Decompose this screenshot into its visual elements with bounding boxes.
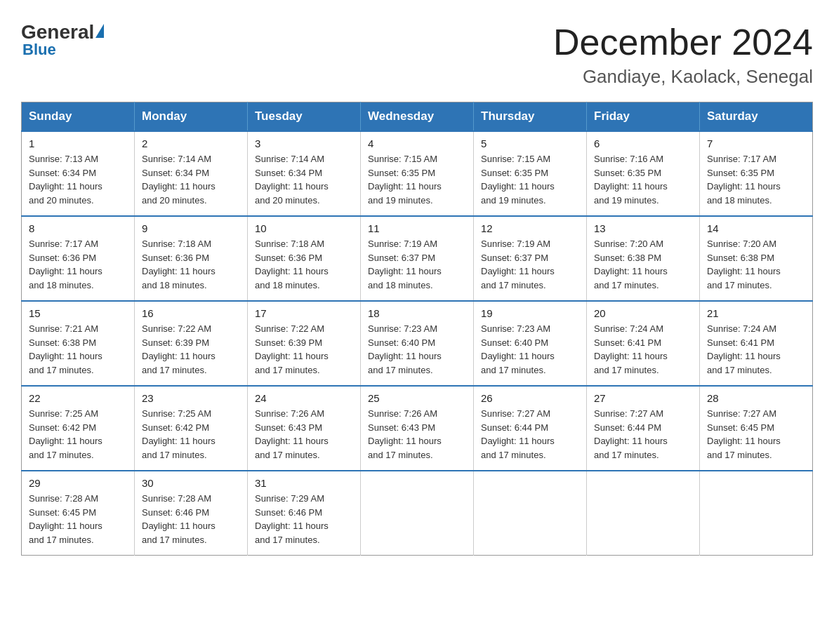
day-info: Sunrise: 7:13 AMSunset: 6:34 PMDaylight:… <box>29 152 127 207</box>
day-cell-20: 20Sunrise: 7:24 AMSunset: 6:41 PMDayligh… <box>587 301 700 386</box>
day-number: 27 <box>594 392 692 404</box>
day-number: 19 <box>481 307 579 319</box>
day-cell-4: 4Sunrise: 7:15 AMSunset: 6:35 PMDaylight… <box>361 131 474 216</box>
day-cell-6: 6Sunrise: 7:16 AMSunset: 6:35 PMDaylight… <box>587 131 700 216</box>
day-number: 4 <box>368 137 466 149</box>
day-cell-10: 10Sunrise: 7:18 AMSunset: 6:36 PMDayligh… <box>248 216 361 301</box>
col-header-thursday: Thursday <box>474 102 587 132</box>
page-header: General Blue December 2024 Gandiaye, Kao… <box>21 21 813 88</box>
day-number: 21 <box>707 307 805 319</box>
day-cell-27: 27Sunrise: 7:27 AMSunset: 6:44 PMDayligh… <box>587 386 700 471</box>
col-header-wednesday: Wednesday <box>361 102 474 132</box>
day-info: Sunrise: 7:28 AMSunset: 6:45 PMDaylight:… <box>29 492 127 546</box>
day-cell-3: 3Sunrise: 7:14 AMSunset: 6:34 PMDaylight… <box>248 131 361 216</box>
day-info: Sunrise: 7:15 AMSunset: 6:35 PMDaylight:… <box>481 152 579 207</box>
day-number: 29 <box>29 477 127 489</box>
day-info: Sunrise: 7:27 AMSunset: 6:44 PMDaylight:… <box>481 407 579 462</box>
day-cell-5: 5Sunrise: 7:15 AMSunset: 6:35 PMDaylight… <box>474 131 587 216</box>
day-info: Sunrise: 7:27 AMSunset: 6:44 PMDaylight:… <box>594 407 692 462</box>
day-info: Sunrise: 7:14 AMSunset: 6:34 PMDaylight:… <box>255 152 353 207</box>
day-cell-28: 28Sunrise: 7:27 AMSunset: 6:45 PMDayligh… <box>700 386 813 471</box>
day-number: 1 <box>29 137 127 149</box>
day-info: Sunrise: 7:23 AMSunset: 6:40 PMDaylight:… <box>481 322 579 377</box>
day-cell-9: 9Sunrise: 7:18 AMSunset: 6:36 PMDaylight… <box>135 216 248 301</box>
day-cell-30: 30Sunrise: 7:28 AMSunset: 6:46 PMDayligh… <box>135 471 248 556</box>
day-number: 5 <box>481 137 579 149</box>
day-number: 31 <box>255 477 353 489</box>
day-info: Sunrise: 7:28 AMSunset: 6:46 PMDaylight:… <box>142 492 240 546</box>
day-cell-23: 23Sunrise: 7:25 AMSunset: 6:42 PMDayligh… <box>135 386 248 471</box>
day-number: 28 <box>707 392 805 404</box>
day-number: 2 <box>142 137 240 149</box>
day-cell-empty-4 <box>474 471 587 556</box>
day-info: Sunrise: 7:22 AMSunset: 6:39 PMDaylight:… <box>142 322 240 377</box>
day-info: Sunrise: 7:29 AMSunset: 6:46 PMDaylight:… <box>255 492 353 546</box>
day-number: 30 <box>142 477 240 489</box>
title-section: December 2024 Gandiaye, Kaolack, Senegal <box>553 21 813 88</box>
day-cell-2: 2Sunrise: 7:14 AMSunset: 6:34 PMDaylight… <box>135 131 248 216</box>
day-number: 17 <box>255 307 353 319</box>
day-cell-26: 26Sunrise: 7:27 AMSunset: 6:44 PMDayligh… <box>474 386 587 471</box>
day-info: Sunrise: 7:25 AMSunset: 6:42 PMDaylight:… <box>29 407 127 462</box>
day-number: 26 <box>481 392 579 404</box>
calendar-table: SundayMondayTuesdayWednesdayThursdayFrid… <box>21 102 813 556</box>
day-cell-12: 12Sunrise: 7:19 AMSunset: 6:37 PMDayligh… <box>474 216 587 301</box>
day-cell-14: 14Sunrise: 7:20 AMSunset: 6:38 PMDayligh… <box>700 216 813 301</box>
day-cell-24: 24Sunrise: 7:26 AMSunset: 6:43 PMDayligh… <box>248 386 361 471</box>
day-number: 23 <box>142 392 240 404</box>
col-header-tuesday: Tuesday <box>248 102 361 132</box>
day-info: Sunrise: 7:23 AMSunset: 6:40 PMDaylight:… <box>368 322 466 377</box>
day-cell-11: 11Sunrise: 7:19 AMSunset: 6:37 PMDayligh… <box>361 216 474 301</box>
day-number: 20 <box>594 307 692 319</box>
day-cell-15: 15Sunrise: 7:21 AMSunset: 6:38 PMDayligh… <box>22 301 135 386</box>
day-cell-21: 21Sunrise: 7:24 AMSunset: 6:41 PMDayligh… <box>700 301 813 386</box>
day-number: 16 <box>142 307 240 319</box>
day-info: Sunrise: 7:18 AMSunset: 6:36 PMDaylight:… <box>142 237 240 292</box>
day-cell-31: 31Sunrise: 7:29 AMSunset: 6:46 PMDayligh… <box>248 471 361 556</box>
col-header-friday: Friday <box>587 102 700 132</box>
week-row-5: 29Sunrise: 7:28 AMSunset: 6:45 PMDayligh… <box>22 471 813 556</box>
day-info: Sunrise: 7:15 AMSunset: 6:35 PMDaylight:… <box>368 152 466 207</box>
month-title: December 2024 <box>553 21 813 63</box>
day-number: 7 <box>707 137 805 149</box>
day-number: 13 <box>594 222 692 234</box>
day-info: Sunrise: 7:17 AMSunset: 6:36 PMDaylight:… <box>29 237 127 292</box>
day-cell-empty-6 <box>700 471 813 556</box>
week-row-3: 15Sunrise: 7:21 AMSunset: 6:38 PMDayligh… <box>22 301 813 386</box>
day-cell-29: 29Sunrise: 7:28 AMSunset: 6:45 PMDayligh… <box>22 471 135 556</box>
week-row-1: 1Sunrise: 7:13 AMSunset: 6:34 PMDaylight… <box>22 131 813 216</box>
day-info: Sunrise: 7:21 AMSunset: 6:38 PMDaylight:… <box>29 322 127 377</box>
day-number: 18 <box>368 307 466 319</box>
col-header-monday: Monday <box>135 102 248 132</box>
day-number: 10 <box>255 222 353 234</box>
day-cell-16: 16Sunrise: 7:22 AMSunset: 6:39 PMDayligh… <box>135 301 248 386</box>
day-info: Sunrise: 7:17 AMSunset: 6:35 PMDaylight:… <box>707 152 805 207</box>
day-cell-22: 22Sunrise: 7:25 AMSunset: 6:42 PMDayligh… <box>22 386 135 471</box>
day-info: Sunrise: 7:16 AMSunset: 6:35 PMDaylight:… <box>594 152 692 207</box>
day-info: Sunrise: 7:19 AMSunset: 6:37 PMDaylight:… <box>368 237 466 292</box>
logo-triangle-icon <box>95 24 104 38</box>
day-number: 15 <box>29 307 127 319</box>
week-row-4: 22Sunrise: 7:25 AMSunset: 6:42 PMDayligh… <box>22 386 813 471</box>
day-cell-13: 13Sunrise: 7:20 AMSunset: 6:38 PMDayligh… <box>587 216 700 301</box>
day-number: 6 <box>594 137 692 149</box>
day-info: Sunrise: 7:27 AMSunset: 6:45 PMDaylight:… <box>707 407 805 462</box>
day-info: Sunrise: 7:22 AMSunset: 6:39 PMDaylight:… <box>255 322 353 377</box>
day-cell-19: 19Sunrise: 7:23 AMSunset: 6:40 PMDayligh… <box>474 301 587 386</box>
day-number: 24 <box>255 392 353 404</box>
day-number: 14 <box>707 222 805 234</box>
calendar-header-row: SundayMondayTuesdayWednesdayThursdayFrid… <box>22 102 813 132</box>
day-info: Sunrise: 7:24 AMSunset: 6:41 PMDaylight:… <box>707 322 805 377</box>
day-info: Sunrise: 7:24 AMSunset: 6:41 PMDaylight:… <box>594 322 692 377</box>
day-cell-17: 17Sunrise: 7:22 AMSunset: 6:39 PMDayligh… <box>248 301 361 386</box>
day-info: Sunrise: 7:20 AMSunset: 6:38 PMDaylight:… <box>594 237 692 292</box>
day-info: Sunrise: 7:20 AMSunset: 6:38 PMDaylight:… <box>707 237 805 292</box>
col-header-saturday: Saturday <box>700 102 813 132</box>
day-info: Sunrise: 7:18 AMSunset: 6:36 PMDaylight:… <box>255 237 353 292</box>
day-info: Sunrise: 7:26 AMSunset: 6:43 PMDaylight:… <box>368 407 466 462</box>
day-cell-1: 1Sunrise: 7:13 AMSunset: 6:34 PMDaylight… <box>22 131 135 216</box>
logo: General Blue <box>21 21 104 59</box>
day-info: Sunrise: 7:19 AMSunset: 6:37 PMDaylight:… <box>481 237 579 292</box>
day-number: 25 <box>368 392 466 404</box>
day-info: Sunrise: 7:26 AMSunset: 6:43 PMDaylight:… <box>255 407 353 462</box>
